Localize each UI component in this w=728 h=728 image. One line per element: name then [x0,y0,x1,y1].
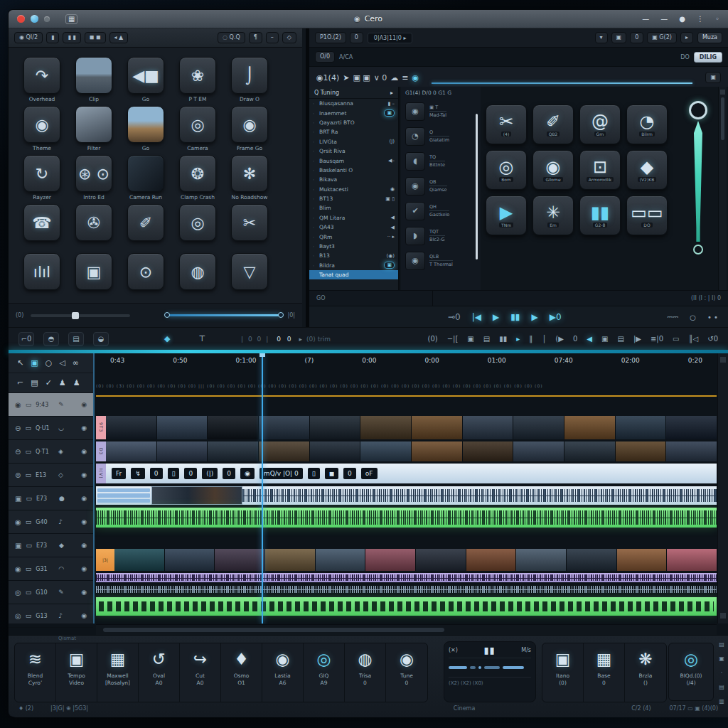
playhead[interactable] [262,353,263,623]
effect-tile[interactable]: ✻ No Roadshow [231,155,268,204]
tree-item[interactable]: · LIVGta (J) [309,137,398,146]
edit-action-icon[interactable]: (▶ [555,335,564,343]
track-enable-icon[interactable]: ◉ [15,518,21,526]
audio-waveform-dark[interactable] [96,584,717,595]
track-visibility-icon[interactable]: ◉ [81,471,87,478]
track-enable-icon[interactable]: ⊖ [15,424,21,432]
clip-thumbnail[interactable] [106,416,156,439]
effect-tile[interactable]: ⌡ Draw O [231,57,268,106]
fader-body[interactable] [694,121,702,242]
clip-list-item[interactable]: ◗ TQT Blc2-G [401,223,481,248]
transport-extra-icon[interactable]: • • [707,314,718,321]
tree-item[interactable]: · Baskelanti O [309,166,398,175]
slider-dot[interactable] [164,312,170,318]
edit-action-icon[interactable]: ▤ [483,335,490,343]
effects-toolbar-chip[interactable]: ◼ ◼ [85,32,106,43]
track-header-row[interactable]: ⊜ ▭ E13 ◇ ◉ [9,464,93,487]
track-enable-icon[interactable]: ▣ [15,495,21,503]
clip-thumbnail[interactable] [360,441,411,461]
track-enable-icon[interactable]: ▣ [15,542,21,550]
scroll-up-button[interactable] [720,357,726,363]
path-left-chip[interactable]: O/0 [315,51,335,63]
edge-icon[interactable]: ▤ [719,641,724,648]
edit-tool-icon[interactable]: ◒ [93,332,109,346]
clip-list-item[interactable]: ◉ ▣ T Mad-Tal [401,99,481,124]
bottom-tool-button[interactable]: ◍ Trisa 0 [345,643,386,702]
effect-tile-face[interactable]: ⌡ [231,57,268,94]
edit-action-icon[interactable]: ▭ [673,335,679,343]
clip-thumbnail[interactable] [265,549,315,571]
clip-tab-v2[interactable]: D3 [96,441,106,461]
track-header-row[interactable]: ◉ ▭ 9:43 ✎ ◉ [9,393,93,417]
effect-tile[interactable]: Go [127,106,164,155]
bottom-tool-button[interactable]: ❋ Brzla () [625,643,666,702]
video-track-2[interactable]: D3 [96,441,717,461]
effect-tile-face[interactable] [75,106,112,143]
effect-tile-face[interactable]: ❀ [179,57,216,94]
edge-icon[interactable]: · [721,670,723,676]
transport-button[interactable]: |◀ [472,312,481,322]
record-button[interactable]: ◎ BIQd.(0) (/4) [668,643,714,701]
effect-tile-face[interactable]: ◉ [231,106,268,143]
marker-pin-icon[interactable]: ⊤ [198,334,205,343]
effect-tile-face[interactable]: ✇ [75,204,112,241]
effects-toolbar-chip[interactable]: ▮ [46,32,59,43]
track-visibility-icon[interactable]: ◉ [81,518,87,525]
effect-tile[interactable]: ❂ Clamp Crash [179,155,216,204]
clip-thumbnail[interactable] [567,549,616,571]
tree-item[interactable]: · QA43 ◀ [309,223,398,232]
clip-thumbnail[interactable] [513,441,564,461]
bottom-tool-button[interactable]: ▣ Itano (0) [542,643,584,702]
audio-waveform-green[interactable] [96,508,717,528]
scroll-slider[interactable] [167,314,281,316]
video-track-1[interactable]: 9T3 [96,416,717,439]
action-tile[interactable]: ▶ TNm [486,196,527,235]
track-enable-icon[interactable]: ⊜ [15,471,21,479]
action-tile[interactable]: ✐ QB2 [532,105,574,144]
bottom-tool-button[interactable]: ▣ Tempo Video [56,643,97,702]
tree-item[interactable]: · Qayazrti BTO [309,118,398,127]
action-tile[interactable]: ✳ Em [532,196,574,235]
clip-list-item[interactable]: ◉ QB Qiamse [401,173,481,198]
clip-list-item[interactable]: ◉ QLB T Thermal [401,248,481,273]
effects-toolbar-chip[interactable]: ◇ [282,32,296,43]
edit-action-icon[interactable]: 0 [573,335,577,343]
audio-waveform-purple[interactable] [96,573,717,582]
track-lock-icon[interactable]: ● [59,495,65,502]
effect-tile-face[interactable] [75,57,112,94]
clip-thumbnail[interactable] [667,549,717,571]
effect-tile-face[interactable]: ↷ [23,57,60,94]
render-button[interactable]: Muza [697,32,722,43]
title-track[interactable]: I(V) Fr↯0▯0(|)0◉mQ/v |O| 0▯◼0oF [96,464,717,483]
track-lock-icon[interactable]: ◆ [59,542,64,549]
effect-tile[interactable]: ◎ [179,204,216,253]
effect-tile[interactable]: ↷ Overhead [23,57,60,106]
audio-clip-thumbnail[interactable] [151,486,242,505]
video-track-3[interactable]: |3| [96,549,717,571]
tree-item-badge[interactable]: (◉) [386,253,395,259]
effect-tile-face[interactable]: ◎ [179,106,216,143]
bottom-tool-button[interactable]: ◉ Tune 0 [386,643,427,702]
action-tile[interactable]: ✂ (4) [486,105,527,144]
effect-tile-face[interactable]: ✂ [231,204,268,241]
clip-thumbnail[interactable] [412,441,462,461]
edge-icon[interactable]: ▣ [719,655,724,662]
inspector-action-icon[interactable]: ▾ [595,32,608,43]
timeline-tool-icon[interactable]: ∞ [73,358,79,368]
effect-tile[interactable]: ◉ Frame Go [231,106,268,155]
edit-tool-icon[interactable]: ◓ [43,332,59,346]
effect-tile-face[interactable]: ılıl [23,253,60,290]
track-header-row[interactable]: ⊖ ▭ Q·U1 ◡ ◉ [9,417,93,440]
effect-tile-face[interactable]: ◉ [23,106,60,143]
clip-thumbnail[interactable] [259,416,309,439]
clip-thumbnail[interactable] [463,441,513,461]
tree-item-badge[interactable]: (J) [389,139,395,144]
track-lock-icon[interactable]: ◡ [58,424,64,432]
effect-tile-face[interactable]: ❂ [179,155,216,192]
tree-item-badge[interactable]: ◉ [390,186,395,192]
timeline-tool-icon[interactable]: ✓ [46,378,52,387]
action-tile[interactable]: ▭▭ DO [626,196,668,235]
track-visibility-icon[interactable]: ◉ [81,448,87,455]
clip-list-scrollbar[interactable] [476,114,478,259]
inspector-action-icon[interactable]: ▣ [611,32,627,43]
